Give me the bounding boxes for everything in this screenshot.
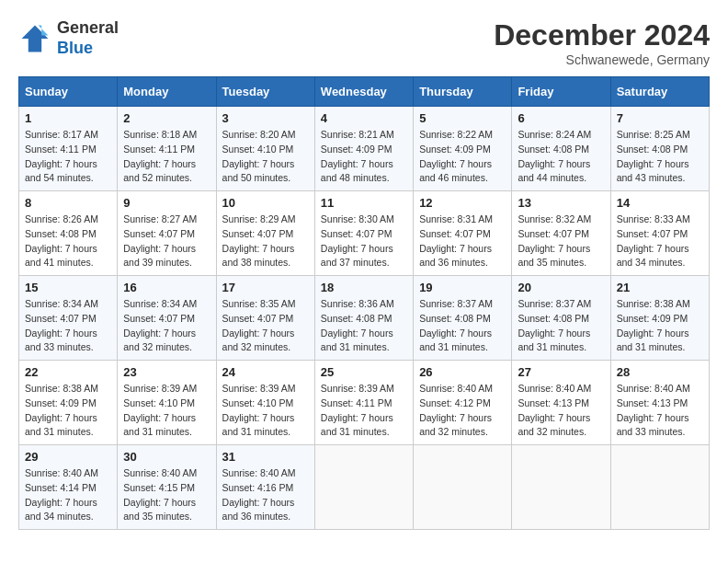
day-number: 20 — [518, 281, 604, 294]
weekday-header-saturday: Saturday — [610, 77, 709, 107]
day-number: 1 — [25, 111, 111, 125]
calendar-cell: 15 Sunrise: 8:34 AM Sunset: 4:07 PM Dayl… — [19, 276, 118, 361]
weekday-header-wednesday: Wednesday — [314, 77, 413, 107]
week-row-2: 8 Sunrise: 8:26 AM Sunset: 4:08 PM Dayli… — [19, 191, 710, 276]
weekday-header-tuesday: Tuesday — [216, 77, 314, 107]
calendar-cell: 19 Sunrise: 8:37 AM Sunset: 4:08 PM Dayl… — [414, 276, 512, 361]
day-number: 19 — [419, 281, 506, 294]
day-info: Sunrise: 8:31 AM Sunset: 4:07 PM Dayligh… — [419, 213, 506, 270]
day-number: 23 — [123, 365, 210, 379]
day-number: 30 — [123, 450, 210, 464]
calendar-cell: 14 Sunrise: 8:33 AM Sunset: 4:07 PM Dayl… — [610, 191, 709, 276]
calendar-cell: 27 Sunrise: 8:40 AM Sunset: 4:13 PM Dayl… — [512, 361, 610, 445]
day-info: Sunrise: 8:40 AM Sunset: 4:16 PM Dayligh… — [222, 466, 309, 524]
day-number: 8 — [25, 196, 111, 210]
calendar-cell: 5 Sunrise: 8:22 AM Sunset: 4:09 PM Dayli… — [414, 107, 512, 191]
week-row-1: 1 Sunrise: 8:17 AM Sunset: 4:11 PM Dayli… — [19, 107, 710, 191]
day-number: 2 — [123, 111, 210, 125]
calendar-cell — [610, 445, 709, 530]
calendar-cell: 23 Sunrise: 8:39 AM Sunset: 4:10 PM Dayl… — [118, 361, 216, 445]
day-info: Sunrise: 8:27 AM Sunset: 4:07 PM Dayligh… — [123, 213, 210, 270]
calendar-cell: 29 Sunrise: 8:40 AM Sunset: 4:14 PM Dayl… — [19, 445, 118, 530]
calendar-cell: 4 Sunrise: 8:21 AM Sunset: 4:09 PM Dayli… — [314, 107, 413, 191]
calendar-cell: 7 Sunrise: 8:25 AM Sunset: 4:08 PM Dayli… — [610, 107, 709, 191]
day-info: Sunrise: 8:22 AM Sunset: 4:09 PM Dayligh… — [419, 128, 506, 186]
title-block: December 2024 Schwanewede, Germany — [494, 18, 710, 67]
logo-text-blue: Blue — [57, 39, 93, 57]
day-number: 26 — [419, 365, 506, 379]
day-number: 21 — [617, 281, 703, 294]
calendar-cell: 30 Sunrise: 8:40 AM Sunset: 4:15 PM Dayl… — [118, 445, 216, 530]
day-number: 4 — [321, 111, 407, 125]
location: Schwanewede, Germany — [494, 52, 710, 67]
calendar-cell: 25 Sunrise: 8:39 AM Sunset: 4:11 PM Dayl… — [314, 361, 413, 445]
weekday-header-sunday: Sunday — [19, 77, 118, 107]
calendar-cell: 16 Sunrise: 8:34 AM Sunset: 4:07 PM Dayl… — [118, 276, 216, 361]
day-info: Sunrise: 8:40 AM Sunset: 4:14 PM Dayligh… — [25, 466, 111, 524]
day-number: 12 — [419, 196, 506, 210]
day-info: Sunrise: 8:40 AM Sunset: 4:13 PM Dayligh… — [617, 382, 703, 440]
calendar-header: SundayMondayTuesdayWednesdayThursdayFrid… — [19, 77, 710, 107]
day-info: Sunrise: 8:32 AM Sunset: 4:07 PM Dayligh… — [518, 213, 604, 270]
day-number: 28 — [617, 365, 703, 379]
day-info: Sunrise: 8:40 AM Sunset: 4:12 PM Dayligh… — [419, 382, 506, 440]
weekday-header-row: SundayMondayTuesdayWednesdayThursdayFrid… — [19, 77, 710, 107]
svg-marker-0 — [22, 25, 49, 52]
calendar-cell — [314, 445, 413, 530]
day-number: 7 — [617, 111, 703, 125]
day-number: 24 — [222, 365, 309, 379]
day-info: Sunrise: 8:36 AM Sunset: 4:08 PM Dayligh… — [321, 297, 407, 355]
day-info: Sunrise: 8:34 AM Sunset: 4:07 PM Dayligh… — [123, 297, 210, 355]
day-number: 3 — [222, 111, 309, 125]
day-number: 25 — [321, 365, 407, 379]
calendar-cell: 22 Sunrise: 8:38 AM Sunset: 4:09 PM Dayl… — [19, 361, 118, 445]
day-info: Sunrise: 8:35 AM Sunset: 4:07 PM Dayligh… — [222, 297, 309, 355]
page-header: General Blue December 2024 Schwanewede, … — [18, 18, 710, 67]
calendar-cell: 28 Sunrise: 8:40 AM Sunset: 4:13 PM Dayl… — [610, 361, 709, 445]
calendar-cell: 13 Sunrise: 8:32 AM Sunset: 4:07 PM Dayl… — [512, 191, 610, 276]
day-info: Sunrise: 8:39 AM Sunset: 4:11 PM Dayligh… — [321, 382, 407, 440]
calendar-table: SundayMondayTuesdayWednesdayThursdayFrid… — [18, 76, 710, 530]
weekday-header-monday: Monday — [118, 77, 216, 107]
logo: General Blue — [18, 18, 119, 58]
day-info: Sunrise: 8:34 AM Sunset: 4:07 PM Dayligh… — [25, 297, 111, 355]
calendar-cell: 8 Sunrise: 8:26 AM Sunset: 4:08 PM Dayli… — [19, 191, 118, 276]
day-info: Sunrise: 8:38 AM Sunset: 4:09 PM Dayligh… — [25, 382, 111, 440]
day-number: 9 — [123, 196, 210, 210]
day-info: Sunrise: 8:29 AM Sunset: 4:07 PM Dayligh… — [222, 213, 309, 270]
day-info: Sunrise: 8:37 AM Sunset: 4:08 PM Dayligh… — [518, 297, 604, 355]
calendar-cell — [512, 445, 610, 530]
day-info: Sunrise: 8:26 AM Sunset: 4:08 PM Dayligh… — [25, 213, 111, 270]
calendar-body: 1 Sunrise: 8:17 AM Sunset: 4:11 PM Dayli… — [19, 107, 710, 530]
calendar-cell: 18 Sunrise: 8:36 AM Sunset: 4:08 PM Dayl… — [314, 276, 413, 361]
calendar-cell: 9 Sunrise: 8:27 AM Sunset: 4:07 PM Dayli… — [118, 191, 216, 276]
day-info: Sunrise: 8:24 AM Sunset: 4:08 PM Dayligh… — [518, 128, 604, 186]
day-number: 16 — [123, 281, 210, 294]
logo-icon — [18, 22, 51, 55]
day-info: Sunrise: 8:17 AM Sunset: 4:11 PM Dayligh… — [25, 128, 111, 186]
day-info: Sunrise: 8:18 AM Sunset: 4:11 PM Dayligh… — [123, 128, 210, 186]
day-number: 11 — [321, 196, 407, 210]
calendar-cell: 31 Sunrise: 8:40 AM Sunset: 4:16 PM Dayl… — [216, 445, 314, 530]
calendar-cell: 20 Sunrise: 8:37 AM Sunset: 4:08 PM Dayl… — [512, 276, 610, 361]
month-title: December 2024 — [494, 18, 710, 52]
day-info: Sunrise: 8:30 AM Sunset: 4:07 PM Dayligh… — [321, 213, 407, 270]
day-number: 15 — [25, 281, 111, 294]
day-number: 27 — [518, 365, 604, 379]
calendar-cell: 11 Sunrise: 8:30 AM Sunset: 4:07 PM Dayl… — [314, 191, 413, 276]
day-info: Sunrise: 8:40 AM Sunset: 4:15 PM Dayligh… — [123, 466, 210, 524]
week-row-5: 29 Sunrise: 8:40 AM Sunset: 4:14 PM Dayl… — [19, 445, 710, 530]
week-row-4: 22 Sunrise: 8:38 AM Sunset: 4:09 PM Dayl… — [19, 361, 710, 445]
day-number: 17 — [222, 281, 309, 294]
day-number: 31 — [222, 450, 309, 464]
logo-text-general: General — [57, 18, 119, 37]
day-number: 14 — [617, 196, 703, 210]
day-number: 13 — [518, 196, 604, 210]
calendar-cell: 3 Sunrise: 8:20 AM Sunset: 4:10 PM Dayli… — [216, 107, 314, 191]
day-info: Sunrise: 8:20 AM Sunset: 4:10 PM Dayligh… — [222, 128, 309, 186]
calendar-cell: 12 Sunrise: 8:31 AM Sunset: 4:07 PM Dayl… — [414, 191, 512, 276]
day-number: 6 — [518, 111, 604, 125]
calendar-cell: 1 Sunrise: 8:17 AM Sunset: 4:11 PM Dayli… — [19, 107, 118, 191]
day-info: Sunrise: 8:25 AM Sunset: 4:08 PM Dayligh… — [617, 128, 703, 186]
weekday-header-thursday: Thursday — [414, 77, 512, 107]
